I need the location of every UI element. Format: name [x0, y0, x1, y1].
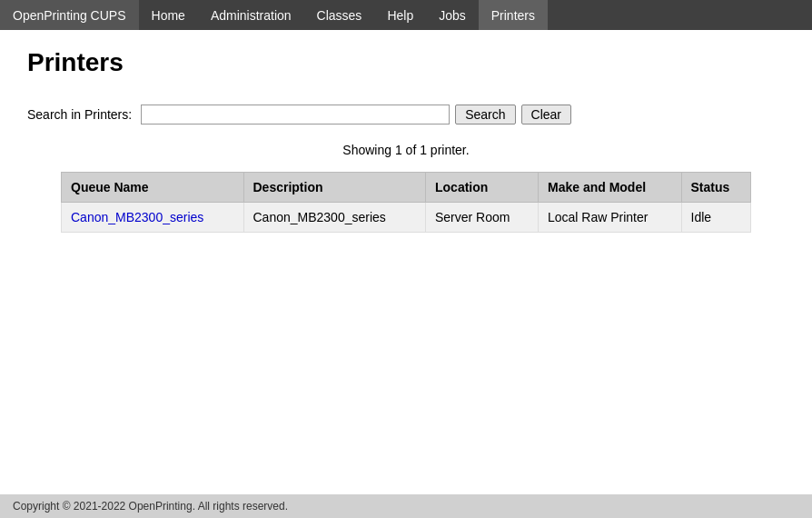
cell-make-model: Local Raw Printer	[538, 203, 681, 233]
col-location: Location	[426, 173, 539, 203]
search-button[interactable]: Search	[455, 105, 515, 125]
search-input[interactable]	[141, 105, 450, 125]
showing-text: Showing 1 of 1 printer.	[27, 143, 785, 157]
table-header-row: Queue Name Description Location Make and…	[62, 173, 751, 203]
search-bar: Search in Printers: Search Clear	[27, 105, 785, 125]
nav-item-home[interactable]: Home	[139, 0, 198, 30]
table-body: Canon_MB2300_series Canon_MB2300_series …	[62, 203, 751, 233]
nav-item-printers[interactable]: Printers	[479, 0, 548, 30]
col-make-model: Make and Model	[538, 173, 681, 203]
nav-item-classes[interactable]: Classes	[304, 0, 375, 30]
col-queue-name: Queue Name	[62, 173, 244, 203]
cell-status: Idle	[681, 203, 750, 233]
clear-button[interactable]: Clear	[521, 105, 571, 125]
table-header: Queue Name Description Location Make and…	[62, 173, 751, 203]
cell-location: Server Room	[426, 203, 539, 233]
nav-item-administration[interactable]: Administration	[198, 0, 304, 30]
page-content: Printers Search in Printers: Search Clea…	[0, 30, 812, 251]
cell-description: Canon_MB2300_series	[243, 203, 426, 233]
nav-brand[interactable]: OpenPrinting CUPS	[0, 0, 139, 30]
page-title: Printers	[27, 48, 785, 77]
table-row: Canon_MB2300_series Canon_MB2300_series …	[62, 203, 751, 233]
search-label: Search in Printers:	[27, 107, 132, 122]
nav-item-jobs[interactable]: Jobs	[426, 0, 479, 30]
col-description: Description	[243, 173, 426, 203]
main-nav: OpenPrinting CUPS Home Administration Cl…	[0, 0, 812, 30]
cell-queue-name: Canon_MB2300_series	[62, 203, 244, 233]
footer: Copyright © 2021-2022 OpenPrinting. All …	[0, 494, 812, 518]
col-status: Status	[681, 173, 750, 203]
printer-link[interactable]: Canon_MB2300_series	[71, 210, 203, 224]
printers-table: Queue Name Description Location Make and…	[61, 172, 751, 233]
footer-text: Copyright © 2021-2022 OpenPrinting. All …	[13, 500, 288, 513]
nav-item-help[interactable]: Help	[374, 0, 426, 30]
